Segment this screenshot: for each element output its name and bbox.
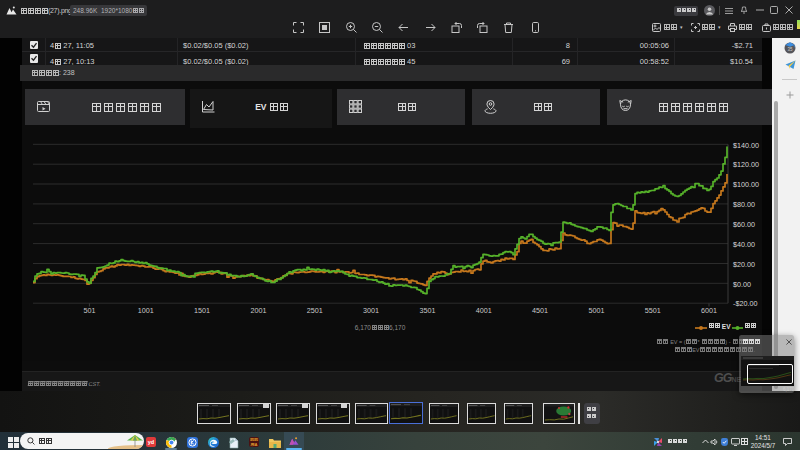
svg-text:35: 35 — [787, 47, 793, 52]
